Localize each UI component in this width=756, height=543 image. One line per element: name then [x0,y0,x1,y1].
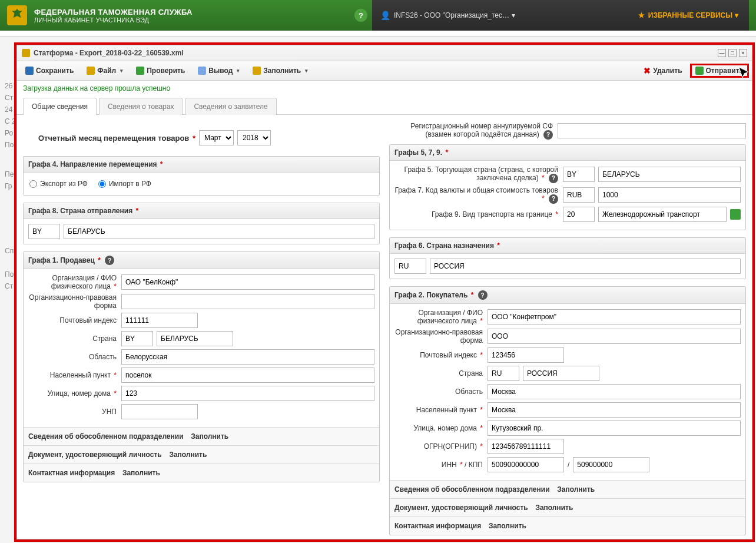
send-icon [695,67,704,75]
fill-button[interactable]: Заполнить [249,65,311,77]
output-button[interactable]: Вывод [194,65,243,77]
panel-g1: Графа 1. Продавец * ? Организация / ФИО … [23,251,380,482]
tab-general[interactable]: Общие сведения [23,98,97,115]
panel-g6: Графа 6. Страна назначения * [389,237,746,279]
g1-city-input[interactable] [121,367,374,383]
user-dropdown[interactable]: 👤 INFS26 - ООО "Организация_тес… ▾ [372,0,628,31]
panel-g579-header: Графы 5, 7, 9. * [390,145,745,161]
tab-strip: Общие сведения Сведения о товарах Сведен… [17,97,752,115]
window-minimize-button[interactable]: — [718,49,726,57]
window-close-button[interactable]: × [739,49,747,57]
check-icon [136,67,144,75]
secondary-bar [0,31,756,37]
g8-code-input[interactable] [28,224,60,239]
g2-country-name-input[interactable] [523,366,599,381]
emblem-icon [7,5,27,25]
file-icon [87,67,95,75]
window-titlebar: Статформа - Export_2018-03-22_160539.xml… [17,45,752,61]
g2-zip-input[interactable] [488,347,564,363]
tab-applicant[interactable]: Сведения о заявителе [185,98,276,115]
g9-code-input[interactable] [563,207,595,222]
top-header: ФЕДЕРАЛЬНАЯ ТАМОЖЕННАЯ СЛУЖБА ЛИЧНЫЙ КАБ… [0,0,756,31]
g2-kpp-input[interactable] [573,457,649,472]
g2-inn-input[interactable] [488,457,564,472]
g1-country-name-input[interactable] [157,331,233,346]
delete-button[interactable]: ✖Удалить [640,65,685,77]
fill-icon [253,67,261,75]
report-year-select[interactable]: 2018 [237,130,271,145]
delete-icon: ✖ [644,67,651,75]
g9-lookup-button[interactable] [730,209,741,220]
g2-city-input[interactable] [488,402,741,418]
g2-contact-row[interactable]: Контактная информация Заполнить [390,516,745,535]
header-title: ФЕДЕРАЛЬНАЯ ТАМОЖЕННАЯ СЛУЖБА [34,8,193,16]
g2-region-input[interactable] [488,384,741,399]
save-button[interactable]: Сохранить [22,65,77,77]
radio-export[interactable]: Экспорт из РФ [29,180,88,188]
user-label: INFS26 - ООО "Организация_тес… [394,11,509,19]
g2-opf-input[interactable] [488,329,741,344]
g6-code-input[interactable] [394,259,426,274]
report-period-label: Отчетный месяц перемещения товаров * [38,134,195,143]
annul-input[interactable] [558,123,746,138]
g1-contact-row[interactable]: Контактная информация Заполнить [24,463,379,482]
g2-street-input[interactable] [488,421,741,436]
form-body: Отчетный месяц перемещения товаров * Мар… [17,115,752,539]
help-icon-g2[interactable]: ? [478,290,488,300]
window-maximize-button[interactable]: □ [728,49,737,57]
send-button[interactable]: Отправить [692,65,747,76]
panel-g4: Графа 4. Направление перемещения * Экспо… [23,156,380,196]
panel-g2: Графа 2. Покупатель * ? Организация / ФИ… [389,286,746,535]
help-icon-g1[interactable]: ? [105,256,114,265]
g9-name-input[interactable] [598,207,727,222]
check-button[interactable]: Проверить [132,65,188,77]
help-icon[interactable]: ? [354,9,367,22]
toolbar: Сохранить Файл Проверить Вывод Заполнить… [17,61,752,81]
g1-opf-input[interactable] [121,294,374,309]
star-icon: ★ [638,11,645,19]
panel-g1-header: Графа 1. Продавец * ? [24,252,379,269]
status-message: Загрузка данных на сервер прошла успешно [17,81,752,96]
favorites-dropdown[interactable]: ★ ИЗБРАННЫЕ СЕРВИСЫ ▾ [628,0,749,31]
g6-name-input[interactable] [430,259,741,274]
g2-country-code-input[interactable] [488,366,519,381]
g2-subdiv-row[interactable]: Сведения об обособленном подразделении З… [390,480,745,498]
g2-org-input[interactable] [488,309,741,325]
panel-g8-header: Графа 8. Страна отправления * [24,203,379,219]
g1-region-input[interactable] [121,349,374,365]
g1-country-code-input[interactable] [121,331,153,346]
panel-g4-header: Графа 4. Направление перемещения * [24,157,379,173]
g1-doc-row[interactable]: Документ, удостоверяющий личность Заполн… [24,445,379,463]
tab-goods[interactable]: Сведения о товарах [99,98,183,115]
help-icon-annul[interactable]: ? [543,130,553,140]
report-month-select[interactable]: Март [199,130,234,145]
g7-value-input[interactable] [598,187,741,203]
g1-street-input[interactable] [121,386,374,401]
save-icon [25,67,34,75]
g2-doc-row[interactable]: Документ, удостоверяющий личность Заполн… [390,498,745,516]
g7-code-input[interactable] [563,187,595,203]
help-icon-g7[interactable]: ? [549,194,558,204]
background-text: 26Ст24 С 2РоПо ПеГр Спи ПоСт [5,80,18,292]
statform-window: Статформа - Export_2018-03-22_160539.xml… [16,45,752,539]
radio-import[interactable]: Импорт в РФ [98,180,151,188]
header-subtitle: ЛИЧНЫЙ КАБИНЕТ УЧАСТНИКА ВЭД [34,16,193,24]
report-period-row: Отчетный месяц перемещения товаров * Мар… [38,130,377,145]
g8-name-input[interactable] [64,224,374,239]
panel-g8: Графа 8. Страна отправления * [23,203,380,244]
panel-g2-header: Графа 2. Покупатель * ? [390,287,745,304]
output-icon [198,67,206,75]
g5-name-input[interactable] [598,167,741,182]
favorites-label: ИЗБРАННЫЕ СЕРВИСЫ [648,11,732,19]
g1-subdiv-row[interactable]: Сведения об обособленном подразделении З… [24,427,379,445]
help-icon-g5[interactable]: ? [549,174,558,183]
window-title: Статформа - Export_2018-03-22_160539.xml [34,49,184,57]
window-icon [22,49,30,57]
file-button[interactable]: Файл [83,65,127,77]
g1-org-input[interactable] [121,274,374,290]
panel-g579: Графы 5, 7, 9. * Графа 5. Торгующая стра… [389,144,746,230]
g2-ogrn-input[interactable] [488,439,564,454]
g1-unp-input[interactable] [121,404,198,419]
g5-code-input[interactable] [563,167,595,182]
g1-zip-input[interactable] [121,313,198,328]
